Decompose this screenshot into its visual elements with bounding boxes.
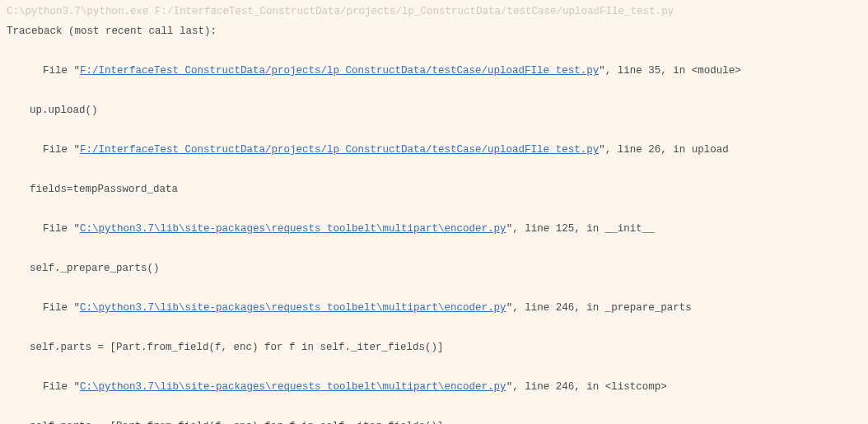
traceback-intro: Traceback (most recent call last): — [7, 21, 861, 41]
frame-file: File "F:/InterfaceTest ConstructData/pro… — [7, 41, 861, 100]
file-prefix: File " — [43, 302, 80, 314]
file-path-link[interactable]: C:\python3.7\lib\site-packages\requests … — [80, 302, 506, 314]
file-suffix: ", line 125, in __init__ — [506, 223, 655, 235]
frame-file: File "C:\python3.7\lib\site-packages\req… — [7, 199, 861, 259]
frame-file: File "C:\python3.7\lib\site-packages\req… — [7, 278, 861, 338]
frame-code: fields=tempPassword_data — [7, 179, 861, 199]
file-suffix: ", line 35, in <module> — [599, 65, 741, 77]
file-path-link[interactable]: C:\python3.7\lib\site-packages\requests … — [80, 223, 506, 235]
frame-code: self.parts = [Part.from_field(f, enc) fo… — [7, 417, 861, 424]
file-path-link[interactable]: F:/InterfaceTest ConstructData/projects/… — [80, 144, 599, 156]
frame-code: self.parts = [Part.from_field(f, enc) fo… — [7, 338, 861, 357]
command-line: C:\python3.7\python.exe F:/InterfaceTest… — [7, 2, 861, 21]
file-prefix: File " — [43, 381, 80, 393]
file-prefix: File " — [43, 65, 80, 77]
file-suffix: ", line 26, in upload — [599, 144, 729, 156]
file-path-link[interactable]: C:\python3.7\lib\site-packages\requests … — [80, 381, 506, 393]
frame-code: self._prepare_parts() — [7, 259, 861, 278]
file-suffix: ", line 246, in <listcomp> — [506, 381, 667, 393]
file-prefix: File " — [43, 144, 80, 156]
file-path-link[interactable]: F:/InterfaceTest ConstructData/projects/… — [80, 65, 599, 77]
file-suffix: ", line 246, in _prepare_parts — [506, 302, 692, 314]
frame-file: File "C:\python3.7\lib\site-packages\req… — [7, 357, 861, 417]
frame-code: up.upload() — [7, 100, 861, 120]
file-prefix: File " — [43, 223, 80, 235]
traceback-block: C:\python3.7\python.exe F:/InterfaceTest… — [0, 0, 868, 424]
frame-file: File "F:/InterfaceTest ConstructData/pro… — [7, 120, 861, 179]
